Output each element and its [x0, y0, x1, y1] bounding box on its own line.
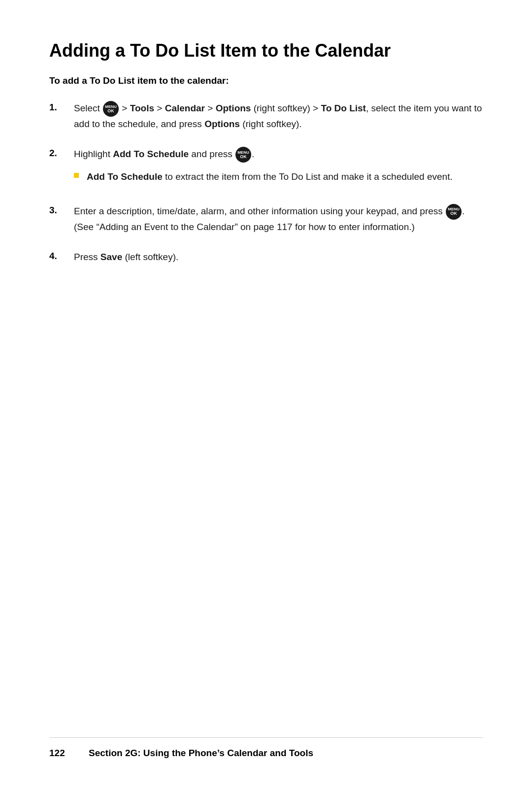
- step-item-3: 3. Enter a description, time/date, alarm…: [49, 204, 483, 234]
- bullet-square-icon: [74, 173, 79, 178]
- step-number-2: 2.: [49, 147, 74, 159]
- footer-section-title: Section 2G: Using the Phone’s Calendar a…: [89, 748, 313, 759]
- menu-ok-icon-3: MENU OK: [446, 204, 462, 220]
- step-number-1: 1.: [49, 101, 74, 113]
- bullet-text-1: Add To Schedule to extract the item from…: [87, 169, 453, 184]
- bullet-list-2: Add To Schedule to extract the item from…: [74, 169, 483, 184]
- page-title: Adding a To Do List Item to the Calendar: [49, 39, 483, 62]
- step-content-1: Select MENU OK > Tools > Calendar > Opti…: [74, 101, 483, 131]
- footer-page-number: 122: [49, 748, 89, 759]
- step-item-1: 1. Select MENU OK > Tools > Calendar > O…: [49, 101, 483, 131]
- step-item-4: 4. Press Save (left softkey).: [49, 250, 483, 264]
- menu-ok-icon-2: MENU OK: [235, 147, 251, 163]
- subtitle: To add a To Do List item to the calendar…: [49, 75, 483, 86]
- step-item-2: 2. Highlight Add To Schedule and press M…: [49, 147, 483, 188]
- page-container: Adding a To Do List Item to the Calendar…: [0, 0, 532, 798]
- step-content-2: Highlight Add To Schedule and press MENU…: [74, 147, 483, 188]
- step-number-4: 4.: [49, 250, 74, 262]
- menu-ok-icon-1: MENU OK: [103, 101, 119, 117]
- bullet-item-1: Add To Schedule to extract the item from…: [74, 169, 483, 184]
- step-content-4: Press Save (left softkey).: [74, 250, 483, 264]
- step-content-3: Enter a description, time/date, alarm, a…: [74, 204, 483, 234]
- content-area: Adding a To Do List Item to the Calendar…: [49, 39, 483, 737]
- steps-list: 1. Select MENU OK > Tools > Calendar > O…: [49, 101, 483, 265]
- step-number-3: 3.: [49, 204, 74, 216]
- page-footer: 122 Section 2G: Using the Phone’s Calend…: [49, 737, 483, 759]
